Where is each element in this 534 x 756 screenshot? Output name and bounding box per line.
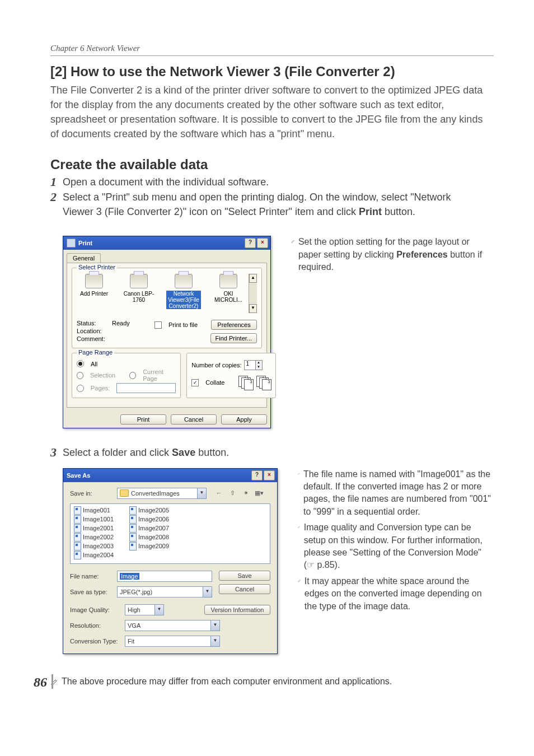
range-all-radio[interactable] <box>77 360 84 367</box>
file-item[interactable]: Image2008 <box>129 533 169 542</box>
tab-general[interactable]: General <box>67 253 101 263</box>
image-quality-combo[interactable]: High ▼ <box>125 604 164 615</box>
file-name: Image2003 <box>83 543 114 549</box>
image-quality-value: High <box>128 606 140 613</box>
image-quality-label: Image Quality: <box>70 606 121 613</box>
print-button[interactable]: Print <box>120 414 166 424</box>
step-text: Open a document with the individual soft… <box>63 175 494 189</box>
file-item[interactable]: Image2006 <box>129 515 169 524</box>
up-folder-icon[interactable]: ⇧ <box>227 488 238 499</box>
collate-checkbox[interactable]: ✓ <box>191 379 199 386</box>
chevron-down-icon[interactable]: ▼ <box>197 488 206 498</box>
step-1: 1 Open a document with the individual so… <box>50 175 494 189</box>
find-printer-button[interactable]: Find Printer... <box>210 333 257 343</box>
comment-label: Comment: <box>77 335 107 342</box>
printer-icon <box>85 274 103 288</box>
spin-down-icon[interactable]: ▼ <box>255 365 262 370</box>
back-icon[interactable]: ← <box>213 488 224 499</box>
window-title: Print <box>78 240 243 246</box>
file-list[interactable]: Image001 Image1001 Image2001 Image2002 I… <box>70 503 270 564</box>
help-button[interactable]: ? <box>251 470 263 480</box>
close-button[interactable]: × <box>264 470 275 480</box>
step-2: 2 Select a "Print" sub menu and open the… <box>50 190 494 204</box>
preferences-button[interactable]: Preferences <box>211 320 257 330</box>
step-text: Select a "Print" sub menu and open the p… <box>63 190 494 204</box>
group-label: Page Range <box>77 349 114 356</box>
file-icon <box>74 533 81 542</box>
file-item[interactable]: Image001 <box>74 506 114 515</box>
step-2-cont: Viewer 3 (File Converter 2)" icon on "Se… <box>50 204 494 219</box>
pencil-icon <box>298 523 301 531</box>
scrollbar[interactable]: ▲ ▼ <box>249 274 257 313</box>
status-value: Ready <box>112 320 130 326</box>
printer-icon <box>130 274 148 288</box>
step-text-part: button. <box>382 206 415 217</box>
file-name: Image2005 <box>138 507 169 514</box>
status-label: Status: <box>77 320 107 326</box>
new-folder-icon[interactable]: ✶ <box>240 488 251 499</box>
print-to-file-checkbox[interactable] <box>154 321 162 329</box>
apply-button[interactable]: Apply <box>221 414 267 424</box>
page-number-value: 86 <box>34 675 47 689</box>
file-item[interactable]: Image2003 <box>74 542 114 550</box>
pencil-icon <box>298 577 301 585</box>
cancel-button[interactable]: Cancel <box>171 414 217 424</box>
conversion-type-combo[interactable]: Fit ▼ <box>125 636 220 647</box>
file-icon <box>74 515 81 524</box>
step-number: 3 <box>50 445 59 460</box>
scroll-up-icon[interactable]: ▲ <box>249 274 257 283</box>
file-icon <box>129 542 137 550</box>
range-pages-radio[interactable] <box>77 385 84 392</box>
views-icon[interactable]: ▦▾ <box>254 488 265 499</box>
version-info-button[interactable]: Version Information <box>204 605 270 615</box>
chevron-down-icon[interactable]: ▼ <box>154 605 163 615</box>
save-keyword: Save <box>172 447 195 458</box>
file-item[interactable]: Image2001 <box>74 524 114 533</box>
printer-label: Add Printer <box>79 291 109 297</box>
file-item[interactable]: Image2002 <box>74 533 114 542</box>
file-icon <box>74 542 81 550</box>
step-text-part: Viewer 3 (File Converter 2)" icon on "Se… <box>63 206 359 217</box>
step-3: 3 Select a folder and click Save button. <box>50 445 494 460</box>
pages-input[interactable] <box>116 383 176 393</box>
file-item[interactable]: Image2004 <box>74 551 114 559</box>
file-name-input[interactable]: Image <box>117 571 212 582</box>
file-item[interactable]: Image2009 <box>129 542 169 550</box>
close-button[interactable]: × <box>257 238 268 248</box>
file-item[interactable]: Image2005 <box>129 506 169 515</box>
range-selection-radio[interactable] <box>77 372 83 379</box>
file-icon <box>74 551 81 559</box>
chapter-header: Chapter 6 Network Viewer <box>50 44 494 56</box>
resolution-combo[interactable]: VGA ▼ <box>125 620 220 631</box>
save-in-value: ConvertedImages <box>131 490 180 497</box>
note-text: It may appear the white space around the… <box>305 575 494 613</box>
scroll-down-icon[interactable]: ▼ <box>249 304 257 313</box>
spin-up-icon[interactable]: ▲ <box>255 361 262 365</box>
cancel-button[interactable]: Cancel <box>219 584 270 594</box>
file-name-value: Image <box>120 573 139 580</box>
range-current-label: Current Page <box>143 368 176 382</box>
printer-add[interactable]: Add Printer <box>77 274 111 297</box>
save-as-type-combo[interactable]: JPEG(*.jpg) ▼ <box>117 586 212 598</box>
chevron-down-icon[interactable]: ▼ <box>210 636 219 646</box>
range-selection-label: Selection <box>90 372 115 379</box>
file-item[interactable]: Image2007 <box>129 524 169 533</box>
save-in-combo[interactable]: ConvertedImages ▼ <box>117 488 207 499</box>
file-item[interactable]: Image1001 <box>74 515 114 524</box>
file-name: Image2002 <box>83 534 114 540</box>
file-name: Image1001 <box>83 516 114 522</box>
printer-canon[interactable]: Canon LBP-1760 <box>121 274 156 303</box>
range-current-radio[interactable] <box>129 372 136 379</box>
pencil-icon <box>298 470 300 478</box>
save-button[interactable]: Save <box>219 571 270 581</box>
file-icon <box>129 533 137 542</box>
printer-oki[interactable]: OKI MICROLI... <box>211 274 246 303</box>
collate-illustration: 123 123 <box>238 376 271 389</box>
chevron-down-icon[interactable]: ▼ <box>203 587 212 597</box>
help-button[interactable]: ? <box>245 238 256 248</box>
copies-label: Number of copies: <box>191 362 241 368</box>
window-title: Save As <box>67 472 250 479</box>
copies-spinner[interactable]: 1 ▲▼ <box>244 360 263 370</box>
printer-network-viewer[interactable]: Network Viewer3(File Converter2) <box>166 274 201 309</box>
chevron-down-icon[interactable]: ▼ <box>210 620 219 631</box>
